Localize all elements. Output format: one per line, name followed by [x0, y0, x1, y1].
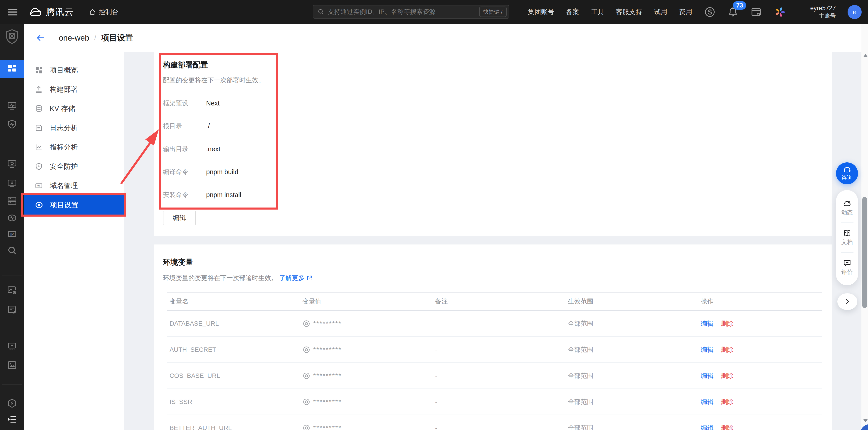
news-shortcut[interactable]: 动态 — [841, 200, 853, 216]
user-info[interactable]: eyre5727 主账号 — [810, 4, 836, 19]
edit-env-var-button[interactable]: 编辑 — [701, 320, 713, 327]
masked-value: ********* — [313, 372, 342, 379]
avatar[interactable]: e — [847, 5, 862, 19]
line-chart-icon — [35, 143, 43, 151]
env-var-note: - — [432, 320, 565, 327]
env-vars-subtitle: 环境变量的变更将在下一次部署时生效。 了解更多 — [163, 273, 312, 283]
top-navbar: 腾讯云 控制台 支持通过实例ID、IP、名称等搜索资源 快捷键 / 集团账号 备… — [0, 0, 868, 24]
pill-divider — [841, 223, 854, 223]
env-var-value: ********* — [300, 320, 432, 328]
rail-ip-icon[interactable]: IP — [0, 229, 24, 239]
env-var-value: ********* — [300, 424, 432, 430]
edgeone-shield-logo-icon[interactable] — [0, 29, 24, 45]
nav-item-icp[interactable]: 备案 — [566, 7, 579, 16]
console-link[interactable]: 控制台 — [89, 7, 119, 16]
sidebar-item-overview[interactable]: 项目概览 — [24, 60, 124, 79]
env-vars-title: 环境变量 — [163, 258, 193, 267]
env-var-row: COS_BASE_URL ********* - 全部范围 编辑 删除 — [167, 363, 822, 389]
view-value-icon[interactable] — [302, 345, 311, 354]
rail-dashboard-active[interactable] — [0, 60, 24, 78]
col-header-scope: 生效范围 — [565, 297, 698, 306]
rail-terminal-icon[interactable] — [0, 341, 24, 352]
user-name: eyre5727 — [810, 4, 836, 12]
consult-button[interactable]: 咨询 — [836, 162, 858, 185]
env-var-name: AUTH_SECRET — [167, 346, 300, 353]
edit-env-var-button[interactable]: 编辑 — [701, 372, 713, 379]
console-settings-icon[interactable] — [750, 6, 762, 18]
rail-security-shield-icon[interactable] — [0, 119, 24, 130]
rail-doc-edit-icon[interactable] — [0, 305, 24, 315]
notification-count-badge[interactable]: 73 — [733, 1, 746, 10]
sidebar-item-kv-storage[interactable]: KV 存储 — [24, 99, 124, 118]
external-link-icon — [306, 275, 312, 281]
sidebar-item-security[interactable]: 安全防护 — [24, 157, 124, 176]
page-scrollbar-thumb[interactable] — [862, 197, 867, 308]
ticket-icon[interactable] — [704, 6, 716, 18]
rail-site-monitor-icon[interactable] — [0, 101, 24, 111]
sidebar-item-project-settings[interactable]: 项目设置 — [24, 195, 124, 214]
search-icon — [317, 8, 324, 15]
sidebar-item-metrics[interactable]: 指标分析 — [24, 137, 124, 157]
search-shortcut-hint: 快捷键 / — [479, 7, 507, 17]
page-title: 项目设置 — [101, 32, 133, 43]
breadcrumb-project[interactable]: one-web — [59, 33, 89, 42]
edit-env-var-button[interactable]: 编辑 — [701, 346, 713, 353]
scroll-down-arrow[interactable] — [863, 419, 868, 422]
home-icon — [89, 8, 96, 15]
sidebar-item-domains[interactable]: w. 域名管理 — [24, 176, 124, 195]
collapse-float-panel-button[interactable] — [837, 293, 857, 310]
rail-pages-server-icon[interactable] — [0, 196, 24, 206]
view-value-icon[interactable] — [302, 424, 311, 430]
notifications-bell[interactable]: 73 — [727, 6, 738, 18]
env-var-note: - — [432, 372, 565, 379]
rail-media-settings-icon[interactable] — [0, 285, 24, 296]
edit-env-var-button[interactable]: 编辑 — [701, 398, 713, 405]
view-value-icon[interactable] — [302, 398, 311, 406]
edit-build-config-button[interactable]: 编辑 — [163, 211, 196, 225]
user-role: 主账号 — [819, 12, 836, 19]
global-search-input[interactable]: 支持通过实例ID、IP、名称等搜索资源 快捷键 / — [313, 5, 509, 19]
nav-item-group-account[interactable]: 集团账号 — [528, 7, 554, 16]
rail-image-icon[interactable] — [0, 360, 24, 370]
nav-item-billing[interactable]: 费用 — [679, 7, 692, 16]
build-config-title: 构建部署配置 — [163, 60, 208, 69]
book-icon — [843, 229, 851, 237]
delete-env-var-button[interactable]: 删除 — [721, 398, 734, 405]
hamburger-menu-icon[interactable] — [8, 8, 18, 16]
edit-env-var-button[interactable]: 编辑 — [701, 424, 713, 430]
www-domain-icon: w. — [35, 181, 43, 190]
env-var-name: BETTER_AUTH_URL — [167, 424, 300, 430]
env-var-note: - — [432, 424, 565, 430]
delete-env-var-button[interactable]: 删除 — [721, 424, 734, 430]
rail-search-icon[interactable] — [0, 245, 24, 256]
nav-item-trial[interactable]: 试用 — [654, 7, 667, 16]
rail-edge-function-icon[interactable] — [0, 398, 24, 408]
rail-divider — [2, 385, 22, 385]
col-header-note: 备注 — [432, 297, 565, 306]
docs-shortcut[interactable]: 文档 — [841, 229, 853, 246]
back-arrow-icon[interactable] — [36, 33, 45, 43]
tencent-cloud-logo[interactable]: 腾讯云 — [28, 6, 74, 18]
delete-env-var-button[interactable]: 删除 — [721, 346, 734, 353]
table-header-row: 变量名 变量值 备注 生效范围 操作 — [167, 293, 822, 311]
scroll-up-arrow[interactable] — [863, 54, 868, 57]
sidebar-item-log-analysis[interactable]: 日志分析 — [24, 118, 124, 137]
delete-env-var-button[interactable]: 删除 — [721, 372, 734, 379]
service-rail: IP — [0, 24, 24, 430]
nav-item-tools[interactable]: 工具 — [591, 7, 604, 16]
view-value-icon[interactable] — [302, 372, 311, 380]
rail-refresh-monitor-icon[interactable] — [0, 159, 24, 169]
nav-item-support[interactable]: 客服支持 — [616, 7, 642, 16]
rail-network-globe-icon[interactable] — [0, 213, 24, 223]
rail-download-monitor-icon[interactable] — [0, 178, 24, 189]
env-vars-card: 环境变量 环境变量的变更将在下一次部署时生效。 了解更多 变量名 变量值 备注 … — [154, 244, 832, 430]
chevron-right-icon — [844, 298, 851, 305]
feedback-shortcut[interactable]: 评价 — [841, 259, 853, 276]
delete-env-var-button[interactable]: 删除 — [721, 320, 734, 327]
view-value-icon[interactable] — [302, 320, 311, 328]
copilot-pinwheel-icon[interactable] — [774, 6, 786, 18]
learn-more-link[interactable]: 了解更多 — [279, 273, 312, 283]
env-vars-table: 变量名 变量值 备注 生效范围 操作 DATABASE_URL ********… — [167, 292, 822, 430]
sidebar-item-build-deploy[interactable]: 构建部署 — [24, 79, 124, 99]
rail-collapse-menu-icon[interactable] — [0, 414, 24, 425]
